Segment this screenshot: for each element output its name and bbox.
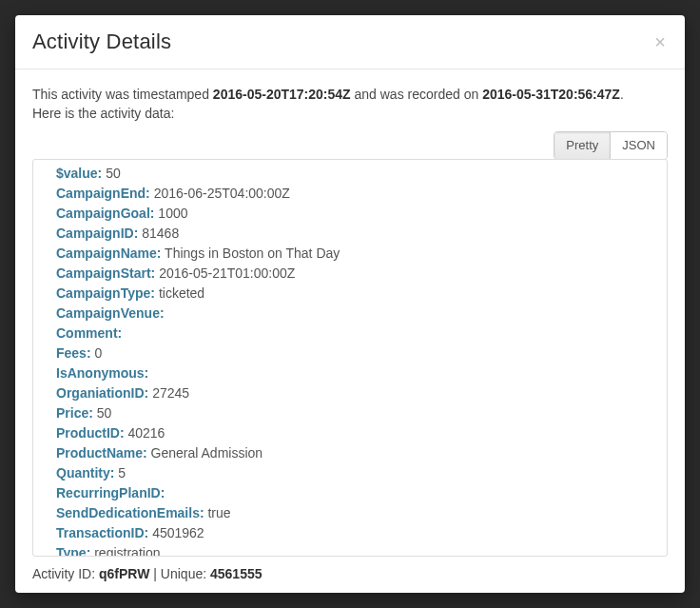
kv-row: CampaignStart: 2016-05-21T01:00:00Z	[56, 264, 655, 284]
activity-data-panel: $value: 50CampaignEnd: 2016-06-25T04:00:…	[32, 159, 668, 557]
intro-recorded: 2016-05-31T20:56:47Z	[482, 87, 620, 102]
kv-value: 2016-05-21T01:00:00Z	[159, 265, 295, 281]
kv-value: 2016-06-25T04:00:00Z	[154, 186, 290, 201]
intro-text: This activity was timestamped 2016-05-20…	[32, 85, 668, 124]
kv-key: ProductID:	[56, 425, 125, 441]
kv-row: RecurringPlanID:	[56, 483, 655, 503]
kv-value: 0	[94, 345, 102, 361]
intro-prefix: This activity was timestamped	[32, 87, 213, 102]
kv-key: CampaignStart:	[56, 265, 155, 281]
kv-key: SendDedicationEmails:	[56, 505, 204, 520]
kv-row: OrganiationID: 27245	[56, 383, 655, 403]
kv-key: Type:	[56, 545, 90, 556]
modal-title: Activity Details	[32, 29, 171, 54]
kv-key: $value:	[56, 166, 102, 181]
kv-row: ProductName: General Admission	[56, 443, 655, 463]
modal-body: This activity was timestamped 2016-05-20…	[15, 69, 685, 557]
kv-key: OrganiationID:	[56, 385, 148, 401]
close-icon[interactable]: ×	[652, 32, 668, 51]
kv-value: 27245	[152, 385, 189, 401]
kv-key: ProductName:	[56, 445, 147, 461]
kv-key: Comment:	[56, 325, 122, 341]
kv-row: Comment:	[56, 324, 655, 343]
modal-footer: Activity ID: q6fPRW | Unique: 4561555	[15, 557, 685, 593]
kv-value: ticketed	[159, 285, 204, 301]
kv-row: ProductID: 40216	[56, 423, 655, 443]
kv-value: 5	[118, 465, 126, 481]
intro-mid: and was recorded on	[351, 87, 483, 102]
kv-key: CampaignName:	[56, 245, 161, 261]
kv-row: CampaignID: 81468	[56, 224, 655, 244]
json-toggle-button[interactable]: JSON	[610, 132, 667, 159]
kv-value: 4501962	[152, 525, 204, 540]
kv-value: 50	[106, 166, 121, 181]
kv-row: IsAnonymous:	[56, 363, 655, 383]
intro-line2: Here is the activity data:	[32, 106, 174, 121]
kv-value: 1000	[158, 206, 187, 221]
kv-row: CampaignName: Things in Boston on That D…	[56, 244, 655, 264]
activity-id-label: Activity ID:	[32, 566, 99, 581]
kv-row: CampaignVenue:	[56, 304, 655, 324]
pretty-toggle-button[interactable]: Pretty	[554, 132, 610, 159]
kv-row: CampaignType: ticketed	[56, 284, 655, 304]
kv-key: Price:	[56, 405, 93, 421]
kv-value: 40216	[127, 425, 165, 441]
kv-row: TransactionID: 4501962	[56, 523, 655, 543]
kv-key: Quantity:	[56, 465, 114, 481]
kv-value: 50	[97, 405, 112, 421]
modal-backdrop: Activity Details × This activity was tim…	[0, 0, 700, 608]
kv-key: CampaignEnd:	[56, 186, 150, 201]
intro-timestamp: 2016-05-20T17:20:54Z	[213, 87, 351, 102]
intro-suffix: .	[620, 87, 624, 102]
modal-header: Activity Details ×	[15, 15, 685, 69]
kv-row: CampaignEnd: 2016-06-25T04:00:00Z	[56, 184, 655, 204]
kv-value: 81468	[142, 226, 179, 241]
kv-key: TransactionID:	[56, 525, 148, 540]
kv-row: CampaignGoal: 1000	[56, 204, 655, 224]
kv-key: RecurringPlanID:	[56, 485, 165, 500]
kv-row: Type: registration	[56, 543, 655, 556]
kv-row: SendDedicationEmails: true	[56, 503, 655, 523]
kv-value: true	[207, 505, 230, 520]
unique-value: 4561555	[210, 566, 262, 581]
kv-row: Quantity: 5	[56, 463, 655, 483]
view-toggle-row: Pretty JSON	[32, 131, 668, 160]
kv-key: CampaignGoal:	[56, 206, 154, 221]
kv-value: Things in Boston on That Day	[165, 245, 340, 261]
kv-row: $value: 50	[56, 164, 655, 184]
kv-key: CampaignType:	[56, 285, 155, 301]
view-toggle-group: Pretty JSON	[554, 131, 668, 160]
kv-row: Fees: 0	[56, 343, 655, 363]
activity-details-modal: Activity Details × This activity was tim…	[15, 15, 685, 593]
kv-key: Fees:	[56, 345, 91, 361]
footer-sep: |	[149, 566, 160, 581]
kv-value: General Admission	[151, 445, 263, 461]
kv-key: CampaignID:	[56, 226, 138, 241]
activity-data-scroll[interactable]: $value: 50CampaignEnd: 2016-06-25T04:00:…	[33, 160, 667, 556]
kv-key: CampaignVenue:	[56, 305, 165, 321]
unique-label: Unique:	[161, 566, 210, 581]
kv-key: IsAnonymous:	[56, 365, 148, 381]
activity-id-value: q6fPRW	[99, 566, 149, 581]
kv-row: Price: 50	[56, 403, 655, 423]
kv-value: registration	[94, 545, 160, 556]
